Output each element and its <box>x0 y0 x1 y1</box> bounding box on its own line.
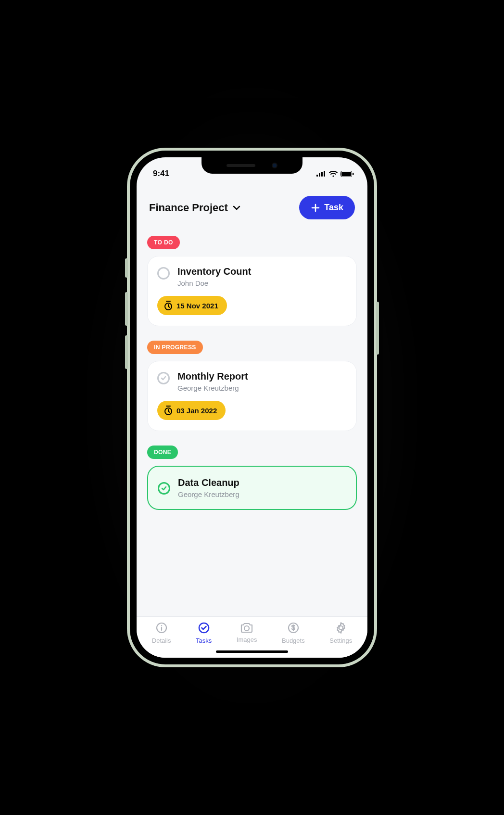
svg-rect-7 <box>353 173 354 175</box>
timer-icon <box>164 301 173 310</box>
svg-rect-1 <box>319 173 320 177</box>
phone-volume-up <box>125 292 128 326</box>
home-indicator[interactable] <box>216 650 288 653</box>
task-card-done[interactable]: Data Cleanup George Kreutzberg <box>147 466 357 510</box>
tab-images[interactable]: Images <box>237 622 257 644</box>
task-card[interactable]: Inventory Count John Doe 15 Nov 2021 <box>147 256 357 326</box>
svg-point-13 <box>244 626 249 631</box>
task-due-date: 15 Nov 2021 <box>176 302 218 310</box>
phone-frame: 9:41 Finance Project Task <box>127 148 377 667</box>
signal-icon <box>316 171 326 177</box>
task-checkbox-done[interactable] <box>158 482 170 495</box>
section-label-todo: TO DO <box>147 236 180 249</box>
status-right <box>316 171 354 177</box>
timer-icon <box>164 406 173 415</box>
camera-icon <box>240 622 253 633</box>
project-selector[interactable]: Finance Project <box>149 202 240 214</box>
status-time: 9:41 <box>153 169 169 178</box>
phone-power-button <box>376 302 379 355</box>
check-circle-icon <box>198 622 210 634</box>
task-title: Data Cleanup <box>178 477 239 488</box>
plus-icon <box>311 203 320 213</box>
svg-rect-2 <box>321 172 323 177</box>
add-task-label: Task <box>324 203 343 213</box>
phone-bezel: 9:41 Finance Project Task <box>130 151 374 664</box>
svg-rect-0 <box>316 175 318 177</box>
battery-icon <box>340 171 354 177</box>
phone-speaker <box>227 164 255 167</box>
task-due-chip: 03 Jan 2022 <box>157 401 226 420</box>
task-assignee: John Doe <box>177 279 251 287</box>
header: Finance Project Task <box>137 183 367 228</box>
dollar-icon <box>287 622 300 634</box>
phone-front-camera <box>272 163 277 168</box>
info-icon <box>155 622 168 634</box>
tab-label: Tasks <box>196 637 212 644</box>
section-label-done: DONE <box>147 446 178 459</box>
tab-label: Budgets <box>282 637 305 644</box>
phone-silent-switch <box>125 258 128 278</box>
tab-details[interactable]: Details <box>152 622 171 644</box>
phone-notch <box>202 157 302 174</box>
project-name: Finance Project <box>149 202 228 214</box>
task-title: Monthly Report <box>177 371 248 382</box>
task-checkbox-empty[interactable] <box>157 267 170 280</box>
task-list: TO DO Inventory Count John Doe 15 Nov 20… <box>137 228 367 616</box>
wifi-icon <box>329 171 338 177</box>
chevron-down-icon <box>233 205 240 210</box>
gear-icon <box>335 622 347 634</box>
task-due-chip: 15 Nov 2021 <box>157 296 227 315</box>
tab-label: Images <box>237 636 257 643</box>
task-card[interactable]: Monthly Report George Kreutzberg 03 Jan … <box>147 361 357 431</box>
task-checkbox-inprogress[interactable] <box>157 372 170 384</box>
tab-tasks[interactable]: Tasks <box>196 622 212 644</box>
svg-point-15 <box>339 626 343 630</box>
task-assignee: George Kreutzberg <box>177 384 248 392</box>
tab-settings[interactable]: Settings <box>329 622 352 644</box>
svg-rect-6 <box>341 172 351 176</box>
task-assignee: George Kreutzberg <box>178 490 239 498</box>
tab-label: Settings <box>329 637 352 644</box>
task-title: Inventory Count <box>177 266 251 277</box>
phone-volume-down <box>125 335 128 369</box>
tab-label: Details <box>152 637 171 644</box>
add-task-button[interactable]: Task <box>299 196 355 219</box>
svg-point-11 <box>161 625 162 626</box>
section-label-inprogress: IN PROGRESS <box>147 341 203 354</box>
svg-rect-3 <box>324 171 325 177</box>
screen: 9:41 Finance Project Task <box>137 157 367 658</box>
tab-budgets[interactable]: Budgets <box>282 622 305 644</box>
svg-point-4 <box>332 175 334 177</box>
task-due-date: 03 Jan 2022 <box>176 407 217 415</box>
